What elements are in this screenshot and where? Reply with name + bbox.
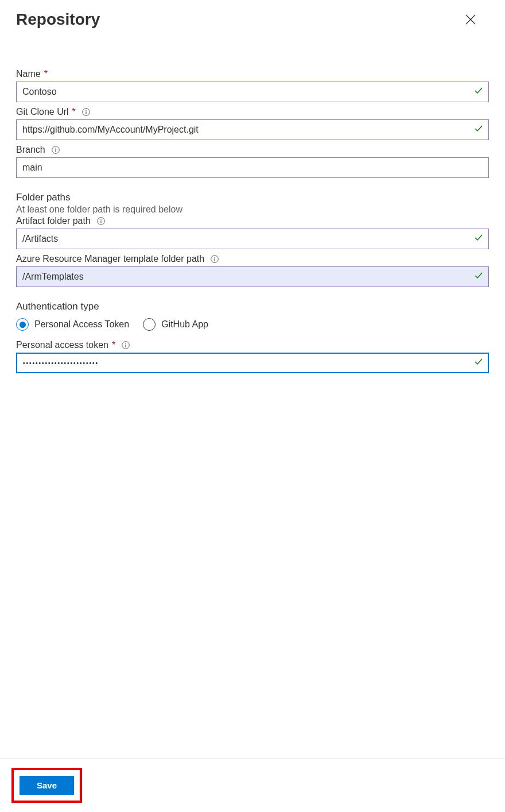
- arm-template-path-label-text: Azure Resource Manager template folder p…: [16, 254, 204, 264]
- auth-type-radio-group: Personal Access Token GitHub App: [16, 318, 489, 331]
- svg-point-6: [55, 148, 56, 149]
- check-icon: [474, 233, 483, 245]
- name-label: Name *: [16, 69, 489, 79]
- close-icon: [465, 14, 476, 25]
- required-asterisk: *: [112, 340, 115, 350]
- svg-point-3: [86, 110, 87, 111]
- git-clone-url-label: Git Clone Url *: [16, 107, 489, 117]
- check-icon: [474, 357, 483, 369]
- info-icon[interactable]: [81, 107, 91, 117]
- artifact-path-label: Artifact folder path: [16, 216, 489, 226]
- pat-label-text: Personal access token: [16, 340, 108, 350]
- name-label-text: Name: [16, 69, 41, 79]
- close-button[interactable]: [464, 13, 477, 26]
- svg-point-12: [214, 257, 215, 258]
- info-icon[interactable]: [121, 341, 130, 350]
- info-icon[interactable]: [51, 145, 60, 154]
- svg-point-15: [125, 343, 126, 344]
- save-button[interactable]: Save: [20, 776, 74, 795]
- radio-label-githubapp: GitHub App: [161, 319, 208, 330]
- radio-label-pat: Personal Access Token: [34, 319, 129, 330]
- radio-circle-icon: [143, 318, 156, 331]
- footer: Save: [0, 758, 505, 812]
- check-icon: [474, 271, 483, 283]
- pat-label: Personal access token *: [16, 340, 489, 350]
- git-clone-url-input[interactable]: [16, 119, 489, 140]
- personal-access-token-input[interactable]: [16, 353, 489, 373]
- artifact-path-input[interactable]: [16, 229, 489, 249]
- auth-type-title: Authentication type: [16, 301, 489, 312]
- radio-circle-icon: [16, 318, 29, 331]
- info-icon[interactable]: [210, 254, 219, 264]
- svg-point-9: [100, 219, 102, 220]
- save-highlight-box: Save: [11, 768, 82, 803]
- radio-github-app[interactable]: GitHub App: [143, 318, 208, 331]
- required-asterisk: *: [44, 69, 48, 79]
- arm-template-path-input[interactable]: [16, 266, 489, 287]
- git-clone-url-label-text: Git Clone Url: [16, 107, 69, 117]
- name-input[interactable]: [16, 82, 489, 102]
- folder-paths-subtitle: At least one folder path is required bel…: [16, 204, 489, 215]
- branch-label-text: Branch: [16, 145, 45, 155]
- branch-input[interactable]: [16, 157, 489, 178]
- page-title: Repository: [16, 10, 100, 29]
- arm-template-path-label: Azure Resource Manager template folder p…: [16, 254, 489, 264]
- check-icon: [474, 124, 483, 136]
- radio-personal-access-token[interactable]: Personal Access Token: [16, 318, 129, 331]
- check-icon: [474, 86, 483, 98]
- info-icon[interactable]: [96, 216, 106, 226]
- required-asterisk: *: [72, 107, 76, 117]
- branch-label: Branch: [16, 145, 489, 155]
- folder-paths-title: Folder paths: [16, 192, 489, 203]
- artifact-path-label-text: Artifact folder path: [16, 216, 91, 226]
